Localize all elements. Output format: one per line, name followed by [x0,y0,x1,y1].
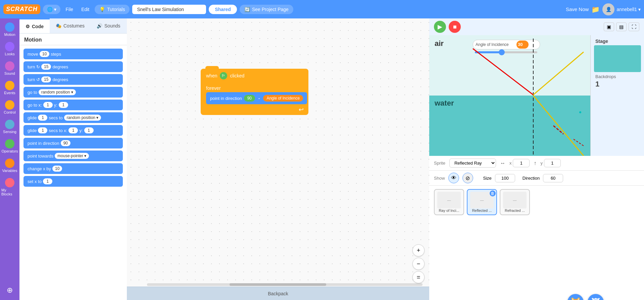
sidebar-item-looks[interactable]: Looks [0,39,19,59]
sidebar-item-sensing[interactable]: Sensing [0,117,19,136]
tab-costumes[interactable]: 🎭 Costumes [50,18,91,33]
zoom-reset-button[interactable]: = [412,271,425,283]
loop-arrow-icon: ↩ [299,106,304,113]
sidebar-item-sound[interactable]: Sound [0,59,19,78]
folder-button[interactable]: 📁 [591,5,600,13]
tutorials-button[interactable]: 💡 Tutorials [95,5,130,14]
block-point-towards[interactable]: point towards mouse-pointer ▾ [23,151,123,161]
svg-point-10 [499,49,505,55]
green-flag-button[interactable]: ▶ [434,21,446,33]
normal-stage-button[interactable]: ▤ [616,22,627,31]
svg-text:Angle of Incidence: Angle of Incidence [476,42,509,47]
stage-title: Stage [591,35,644,45]
svg-text:air: air [435,39,444,48]
sound-dot [5,61,14,71]
edit-menu[interactable]: Edit [79,5,92,13]
sprite-delete-button[interactable]: 🗑 [490,190,496,196]
svg-text:water: water [434,99,454,107]
stop-button[interactable]: ⏹ [449,21,461,33]
block-turn-clockwise[interactable]: turn ↻ 15 degrees [23,61,123,72]
stage-row: air water Angle of Incidence 30 [429,35,644,156]
save-now-button[interactable]: Save Now [566,6,589,12]
shared-button[interactable]: Shared [209,5,237,14]
top-nav: SCRATCH 🌐 ▾ File Edit 💡 Tutorials Shared… [0,0,644,18]
control-dot [5,100,14,110]
tab-sounds[interactable]: 🔊 Sounds [91,18,126,33]
sidebar-item-variables[interactable]: Variables [0,156,19,175]
block-point-direction[interactable]: point in direction 90 [23,138,123,148]
code-tabs: ⚙ Code 🎭 Costumes 🔊 Sounds [19,18,127,34]
sensing-dot [5,120,14,129]
zoom-out-button[interactable]: − [412,258,425,270]
sounds-tab-icon: 🔊 [97,23,102,28]
scrollbar-thumb [230,283,326,286]
block-move-steps[interactable]: move 10 steps [23,49,123,59]
angle-variable-pill[interactable]: Angle of Incidence [263,95,303,102]
block-turn-counterclockwise[interactable]: turn ↺ 15 degrees [23,74,123,85]
block-go-to-xy[interactable]: go to x: 1 y: 1 [23,100,123,110]
tab-code[interactable]: ⚙ Code [19,18,50,33]
x-label: x [509,161,512,166]
svg-text:30: 30 [518,42,523,47]
sprite-card-refracted[interactable]: — Refracted ... [500,189,530,215]
looks-dot [5,42,14,51]
show-visible-button[interactable]: 👁 [448,173,459,183]
y-input[interactable] [544,159,561,167]
sidebar-item-motion[interactable]: Motion [0,20,19,39]
script-area[interactable]: when 🏳 clicked forever point in directio… [127,18,429,300]
costumes-tab-icon: 🎭 [56,23,61,28]
script-area-grid [127,18,429,300]
see-project-icon: 🔄 [244,7,250,12]
sidebar-item-control[interactable]: Control [0,98,19,117]
sprite-name-dropdown[interactable]: Reflected Ray Ray of Incidence Refracted… [449,159,496,168]
forever-loop-bottom: ↩ [201,106,308,115]
project-name-input[interactable] [132,5,206,14]
sprite-card-reflected[interactable]: 🗑 — Reflected ... [467,189,497,215]
hat-block-when-clicked[interactable]: when 🏳 clicked [201,69,308,83]
scratch-logo[interactable]: SCRATCH [3,4,40,14]
block-glide-random[interactable]: glide 1 secs to random position ▾ [23,112,123,123]
small-stage-button[interactable]: ▣ [604,22,614,31]
block-change-x[interactable]: change x by 10 [23,163,123,174]
stage-canvas[interactable]: air water Angle of Incidence 30 [429,35,590,156]
block-glide-xy[interactable]: glide 1 secs to x: 1 y: 1 [23,125,123,136]
zoom-controls: + − = [412,244,425,283]
fullscreen-button[interactable]: ⛶ [629,22,639,31]
code-panel: ⚙ Code 🎭 Costumes 🔊 Sounds Motion move 1… [19,18,127,300]
svg-point-17 [579,111,581,113]
sidebar-item-myblocks[interactable]: My Blocks [0,175,19,199]
size-input[interactable] [495,174,515,182]
motion-dot [5,22,14,32]
show-hidden-button[interactable]: ⊘ [462,173,473,183]
blocks-list: move 10 steps turn ↻ 15 degrees turn ↺ 1… [19,45,127,300]
add-extension-button[interactable]: ⊕ [4,283,15,297]
show-label: Show [434,176,445,181]
see-project-button[interactable]: 🔄 See Project Page [240,5,293,14]
stage-mini-canvas[interactable] [594,45,641,72]
sidebar-item-operators[interactable]: Operators [0,136,19,156]
x-input[interactable] [513,159,530,167]
code-tab-icon: ⚙ [26,24,30,29]
sprite-panel: Sprite Reflected Ray Ray of Incidence Re… [429,156,644,300]
sprite-show-bar: Show 👁 ⊘ Size Direction [429,171,644,186]
zoom-in-button[interactable]: + [412,244,425,256]
sidebar-item-events[interactable]: Events [0,78,19,98]
file-menu[interactable]: File [63,5,76,13]
y-label: y [540,161,543,166]
block-go-to[interactable]: go to random position ▾ [23,87,123,98]
user-avatar[interactable]: 👤 annebell1 ▾ [602,3,641,15]
horizontal-scrollbar[interactable] [147,283,423,286]
language-button[interactable]: 🌐 ▾ [43,5,60,14]
sprite-card-ray-incidence[interactable]: — Ray of Inci... [434,189,464,215]
backdrops-label: Backdrops [591,72,644,80]
block-set-x[interactable]: set x to 1 [23,176,123,187]
point-direction-block[interactable]: point in direction 90 - Angle of Inciden… [206,92,307,104]
backpack-bar[interactable]: Backpack [127,287,429,300]
script-blocks-container: when 🏳 clicked forever point in directio… [201,69,308,115]
sprite-x-group: x [509,159,530,167]
sprite-info-bar: Sprite Reflected Ray Ray of Incidence Re… [429,156,644,171]
direction-input[interactable] [543,174,563,182]
forever-block[interactable]: forever point in direction 90 - Angle of… [201,83,308,115]
avatar-image: 👤 [602,3,614,15]
stage-right-panel: Stage Backdrops 1 [590,35,644,156]
